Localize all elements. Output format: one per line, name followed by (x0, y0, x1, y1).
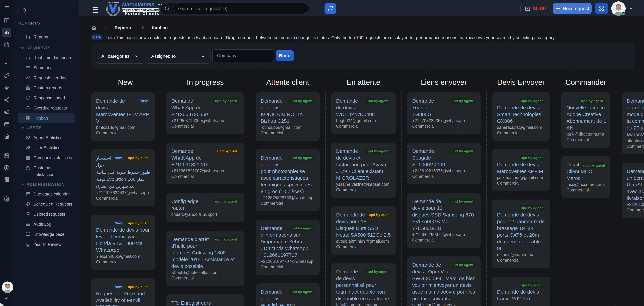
svg-text:Portail Clients: Portail Clients (125, 11, 160, 16)
svg-text:MarocVentes: MarocVentes (122, 2, 154, 8)
